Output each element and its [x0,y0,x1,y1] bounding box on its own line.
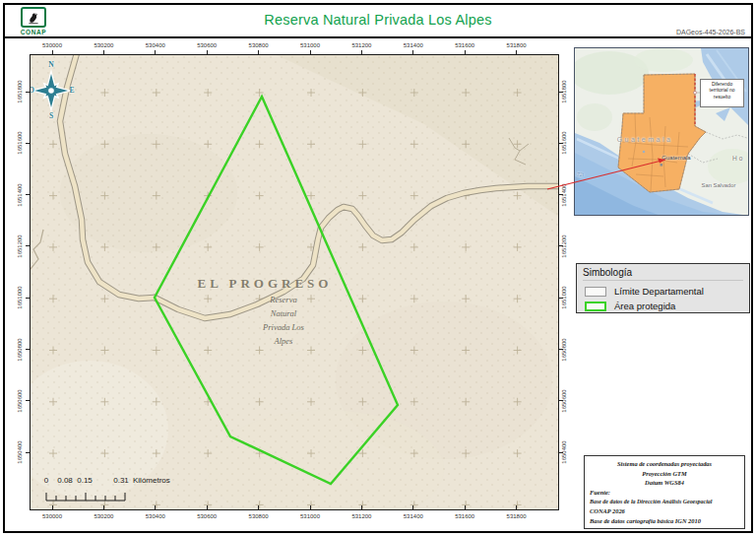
axis-tick-bottom [52,505,53,509]
axis-label-bottom: 531600 [444,512,485,520]
axis-label-top: 530400 [135,41,176,49]
map-sheet: CONAP Reserva Natural Privada Los Alpes … [0,0,756,536]
city-marker [643,151,646,154]
conap-acronym: CONAP [14,29,53,35]
inset-capital-label: Guatemala [649,155,704,161]
inset-canvas [575,48,749,216]
scalebar-tick-label: 0.31 [107,476,135,485]
inset-depth-label: 72t [577,171,584,177]
legend-item-departmental: Límite Departamental [583,284,743,299]
reserve-name-line: Privada Los [224,320,343,334]
axis-tick-top [258,50,259,54]
credit-source-label: Fuente: [590,488,739,498]
axis-label-left: 1651000 [16,277,24,318]
credit-line: CONAP 2026 [590,506,739,516]
axis-tick-bottom [207,505,208,509]
legend-items: Límite DepartamentalÁrea protegida [583,284,743,313]
axis-tick-left [26,194,30,195]
document-code: DAGeos-445-2026-BS [676,29,745,35]
page-title: Reserva Natural Privada Los Alpes [5,12,751,28]
main-map: N E S O EL PROGRESO ReservaNaturalPrivad… [30,54,559,510]
axis-label-top: 531600 [444,41,485,49]
axis-label-top: 531000 [289,41,331,49]
axis-label-bottom: 531400 [393,512,434,520]
credit-line: Base de datos de la Dirección Análisis G… [590,497,728,506]
axis-label-top: 531800 [496,41,537,49]
scale-bar: 00.080.150.31 Kilómetros [31,473,257,510]
axis-label-bottom: 530400 [135,512,176,520]
legend-item-protected: Área protegida [583,299,743,313]
axis-label-bottom: 530000 [32,512,73,520]
axis-tick-left [26,298,30,299]
axis-tick-left [26,400,30,401]
axis-label-bottom: 530600 [186,512,227,520]
axis-tick-top [361,50,362,54]
axis-tick-right [559,194,563,195]
axis-label-left: 1650600 [16,380,24,422]
axis-tick-left [26,349,30,350]
axis-tick-right [559,400,563,401]
axis-label-left: 1650800 [16,329,24,370]
legend-title: Simbología [583,267,743,281]
credit-line: Proyección GTM [590,469,739,479]
axis-tick-bottom [310,505,311,509]
axis-tick-right [559,92,563,93]
axis-tick-left [26,143,30,144]
legend-item-label: Límite Departamental [614,286,704,297]
inset-honduras-label: Ho [732,155,749,162]
axis-tick-right [559,452,563,453]
axis-label-bottom: 530800 [238,512,280,520]
inset-city-label: San Salvador [690,182,747,188]
axis-tick-top [103,50,104,54]
axis-label-left: 1650400 [16,432,24,473]
axis-label-bottom: 531000 [289,512,331,520]
axis-tick-left [26,245,30,246]
scalebar-unit: Kilómetros [133,476,170,485]
inset-country-label: Guatemala [600,136,689,143]
axis-tick-bottom [465,505,466,509]
axis-label-bottom: 531800 [496,512,537,520]
dispute-note: Diferendo territorial no resuelto [700,79,744,107]
department-label: EL PROGRESO [157,276,373,292]
axis-label-bottom: 530200 [83,512,124,520]
capital-city-marker [661,164,663,167]
axis-tick-top [155,50,156,54]
legend-item-label: Área protegida [614,301,675,311]
compass-west: O [30,86,36,95]
inset-map: Guatemala Guatemala San Salvador Ho 72t … [574,47,749,216]
axis-tick-bottom [103,505,104,509]
scalebar-ticks [43,489,161,502]
axis-label-left: 1651800 [16,71,24,112]
axis-label-bottom: 531200 [341,512,382,520]
compass-labels: N E S O [31,59,78,122]
axis-label-top: 530000 [32,41,73,49]
axis-label-top: 530800 [238,41,280,49]
credit-line: Datum WGS84 [590,478,739,488]
axis-tick-top [412,50,413,54]
credit-line: Sistema de coordenadas proyectadas [590,459,739,469]
axis-tick-top [465,50,466,54]
compass-south: S [46,111,56,120]
axis-tick-right [559,245,563,246]
reserve-name-line: Alpes [224,334,343,348]
axis-tick-top [207,50,208,54]
credit-line: Base de datos cartografía básica IGN 201… [590,516,739,526]
axis-tick-top [516,50,517,54]
axis-label-left: 1651400 [16,174,24,216]
axis-tick-top [52,50,53,54]
reserve-name-label: ReservaNaturalPrivada LosAlpes [224,293,343,348]
credits-box: Sistema de coordenadas proyectadasProyec… [584,455,745,529]
axis-label-top: 530200 [83,41,124,49]
scalebar-tick-label: 0.15 [71,476,98,485]
axis-tick-bottom [258,505,259,509]
axis-label-left: 1651200 [16,226,24,267]
axis-tick-right [559,143,563,144]
axis-tick-left [26,92,30,93]
axis-label-top: 531400 [393,41,434,49]
axis-tick-bottom [412,505,413,509]
axis-tick-bottom [516,505,517,509]
axis-tick-right [559,349,563,350]
compass-east: E [67,86,77,95]
compass-north: N [46,60,56,69]
reserve-name-line: Reserva [224,293,343,306]
